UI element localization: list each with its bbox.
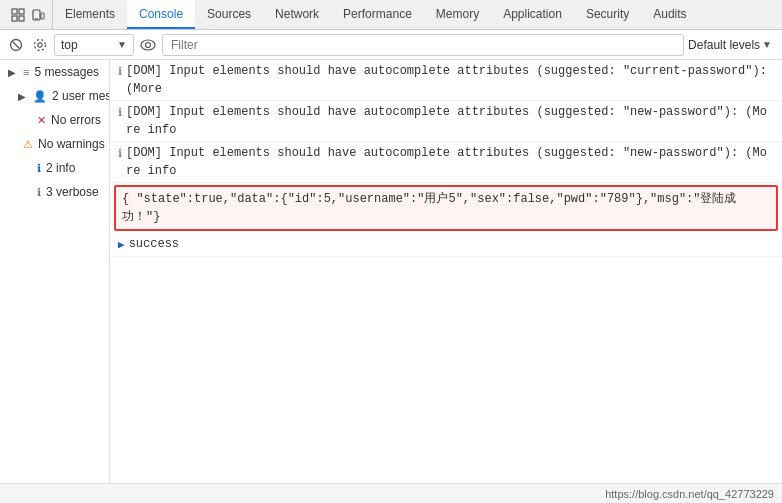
svg-point-11 [141,40,155,50]
svg-point-10 [35,39,46,50]
device-toggle-icon[interactable] [30,7,46,23]
collapse-icon-user: ▶ [18,91,26,102]
filter-input[interactable] [162,34,684,56]
svg-rect-3 [19,16,24,21]
sidebar-label-verbose: 3 verbose [46,185,99,199]
clear-console-icon[interactable] [6,35,26,55]
messages-icon: ≡ [23,66,29,78]
svg-line-8 [13,41,20,48]
tab-elements[interactable]: Elements [53,0,127,29]
highlighted-json-text: { "state":true,"data":{"id":5,"username"… [122,190,770,226]
tab-audits[interactable]: Audits [641,0,698,29]
devtools-icons [4,0,53,29]
console-line-text: [DOM] Input elements should have autocom… [126,62,774,98]
context-value: top [61,38,78,52]
sidebar-item-messages[interactable]: ▶ ≡ 5 messages [0,60,109,84]
console-arrow: ▶ [118,235,125,254]
success-text: success [129,235,179,253]
sidebar-label-warnings: No warnings [38,137,105,151]
tab-sources[interactable]: Sources [195,0,263,29]
svg-rect-2 [12,16,17,21]
sidebar-item-verbose[interactable]: ℹ 3 verbose [0,180,109,204]
main-area: ▶ ≡ 5 messages ▶ 👤 2 user mess... ✕ No e… [0,60,782,503]
status-bar: https://blog.csdn.net/qq_42773229 [0,483,782,503]
success-line: ▶ success [110,233,782,257]
svg-point-9 [38,42,42,46]
collapse-icon: ▶ [8,67,16,78]
console-line: ℹ [DOM] Input elements should have autoc… [110,142,782,183]
verbose-icon: ℹ [37,186,41,199]
svg-rect-0 [12,9,17,14]
sidebar-item-user-messages[interactable]: ▶ 👤 2 user mess... [0,84,109,108]
sidebar-item-errors[interactable]: ✕ No errors [0,108,109,132]
dom-line-icon3: ℹ [118,144,122,163]
console-output: ℹ [DOM] Input elements should have autoc… [110,60,782,503]
default-levels-selector[interactable]: Default levels ▼ [688,38,776,52]
context-selector[interactable]: top ▼ [54,34,134,56]
info-icon: ℹ [37,162,41,175]
sidebar-label-messages: 5 messages [34,65,99,79]
svg-rect-1 [19,9,24,14]
dom-line-icon2: ℹ [118,103,122,122]
sidebar: ▶ ≡ 5 messages ▶ 👤 2 user mess... ✕ No e… [0,60,110,503]
sidebar-label-errors: No errors [51,113,101,127]
tab-performance[interactable]: Performance [331,0,424,29]
console-line-text2: [DOM] Input elements should have autocom… [126,103,774,139]
tab-bar: Elements Console Sources Network Perform… [0,0,782,30]
tab-console[interactable]: Console [127,0,195,29]
sidebar-item-warnings[interactable]: ⚠ No warnings [0,132,109,156]
user-icon: 👤 [33,90,47,103]
tab-security[interactable]: Security [574,0,641,29]
tab-application[interactable]: Application [491,0,574,29]
sidebar-label-info: 2 info [46,161,75,175]
status-url: https://blog.csdn.net/qq_42773229 [605,488,774,500]
tab-network[interactable]: Network [263,0,331,29]
sidebar-label-user: 2 user mess... [52,89,110,103]
highlighted-json-line: { "state":true,"data":{"id":5,"username"… [114,185,778,231]
warning-icon: ⚠ [23,138,33,151]
console-line-text3: [DOM] Input elements should have autocom… [126,144,774,180]
eye-icon[interactable] [138,35,158,55]
error-icon: ✕ [37,114,46,127]
settings-icon[interactable] [30,35,50,55]
default-levels-label: Default levels [688,38,760,52]
dom-line-icon: ℹ [118,62,122,81]
inspect-icon[interactable] [10,7,26,23]
console-toolbar: top ▼ Default levels ▼ [0,30,782,60]
sidebar-item-info[interactable]: ℹ 2 info [0,156,109,180]
console-line: ℹ [DOM] Input elements should have autoc… [110,60,782,101]
tab-memory[interactable]: Memory [424,0,491,29]
svg-rect-6 [41,13,44,19]
svg-point-12 [146,42,151,47]
console-line: ℹ [DOM] Input elements should have autoc… [110,101,782,142]
